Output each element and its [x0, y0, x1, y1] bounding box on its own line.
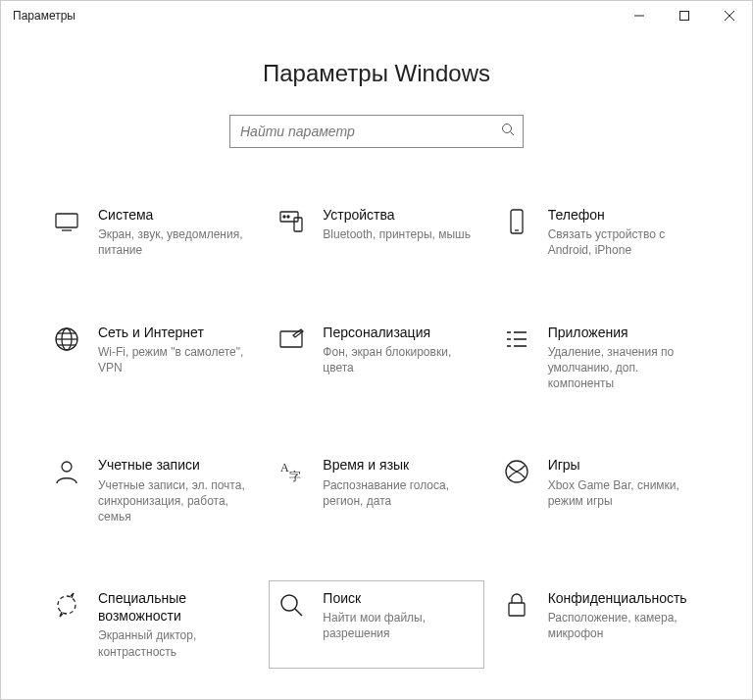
tile-network[interactable]: Сеть и Интернет Wi-Fi, режим "в самолете… [44, 315, 259, 401]
tile-desc: Распознавание голоса, регион, дата [323, 477, 471, 509]
minimize-button[interactable] [617, 1, 662, 30]
tile-text: Время и язык Распознавание голоса, регио… [323, 456, 477, 525]
settings-window: Параметры Параметры Windows [0, 0, 753, 700]
page-title: Параметры Windows [40, 60, 713, 87]
minimize-icon [634, 11, 644, 21]
tile-desc: Связать устройство с Android, iPhone [548, 226, 696, 258]
maximize-button[interactable] [662, 1, 707, 30]
tile-gaming[interactable]: Игры Xbox Game Bar, снимки, режим игры [494, 447, 709, 533]
tile-title: Специальные возможности [98, 589, 246, 625]
svg-rect-1 [680, 12, 689, 21]
svg-line-5 [511, 132, 515, 136]
tile-text: Телефон Связать устройство с Android, iP… [548, 206, 702, 259]
ease-of-access-icon [51, 591, 82, 623]
tile-title: Система [98, 206, 246, 224]
content-area: Параметры Windows Система Экран, звук, у… [1, 30, 752, 699]
search-input[interactable] [240, 124, 501, 139]
search-tile-icon [276, 591, 307, 623]
system-icon [51, 208, 82, 239]
tile-desc: Xbox Game Bar, снимки, режим игры [548, 477, 696, 509]
svg-point-31 [281, 595, 297, 611]
tile-desc: Расположение, камера, микрофон [548, 610, 696, 641]
tile-text: Персонализация Фон, экран блокировки, цв… [323, 324, 477, 392]
tile-desc: Фон, экран блокировки, цвета [323, 344, 471, 375]
tile-personalization[interactable]: Персонализация Фон, экран блокировки, цв… [269, 315, 483, 401]
tile-text: Устройства Bluetooth, принтеры, мышь [323, 206, 477, 259]
tile-title: Персонализация [323, 324, 471, 341]
settings-grid: Система Экран, звук, уведомления, питани… [40, 197, 713, 699]
search-container [40, 115, 713, 148]
tile-title: Телефон [548, 206, 696, 224]
tile-devices[interactable]: Устройства Bluetooth, принтеры, мышь [269, 197, 483, 268]
tile-desc: Учетные записи, эл. почта, синхронизация… [98, 477, 246, 525]
devices-icon [276, 208, 307, 239]
tile-title: Время и язык [323, 456, 471, 474]
tile-desc: Удаление, значения по умолчанию, доп. ко… [548, 344, 696, 392]
tile-text: Учетные записи Учетные записи, эл. почта… [98, 456, 252, 525]
tile-title: Учетные записи [98, 456, 246, 474]
tile-text: Поиск Найти мои файлы, разрешения [323, 589, 477, 660]
svg-rect-19 [280, 331, 302, 347]
tile-time[interactable]: A字 Время и язык Распознавание голоса, ре… [269, 447, 483, 533]
accounts-icon [51, 458, 82, 489]
close-icon [725, 11, 734, 21]
tile-system[interactable]: Система Экран, звук, уведомления, питани… [44, 197, 259, 268]
tile-title: Устройства [323, 206, 471, 224]
tile-text: Сеть и Интернет Wi-Fi, режим "в самолете… [98, 324, 252, 392]
window-title: Параметры [13, 9, 617, 23]
svg-point-11 [287, 216, 289, 218]
tile-ease-of-access[interactable]: Специальные возможности Экранный диктор,… [44, 580, 259, 669]
titlebar: Параметры [1, 1, 752, 30]
tile-desc: Экранный диктор, контрастность [98, 627, 246, 659]
network-icon [51, 325, 82, 357]
privacy-icon [501, 591, 532, 623]
tile-text: Игры Xbox Game Bar, снимки, режим игры [548, 456, 702, 525]
tile-privacy[interactable]: Конфиденциальность Расположение, камера,… [494, 580, 709, 669]
tile-accounts[interactable]: Учетные записи Учетные записи, эл. почта… [44, 447, 259, 533]
svg-point-10 [283, 216, 285, 218]
tile-title: Игры [548, 456, 696, 474]
close-button[interactable] [707, 1, 752, 30]
tile-desc: Wi-Fi, режим "в самолете", VPN [98, 344, 246, 375]
svg-point-4 [503, 125, 512, 133]
svg-text:字: 字 [289, 470, 301, 483]
svg-line-32 [295, 609, 302, 616]
tile-text: Приложения Удаление, значения по умолчан… [548, 324, 702, 392]
apps-icon [501, 325, 532, 357]
svg-text:A: A [280, 461, 289, 475]
svg-rect-33 [509, 603, 525, 616]
svg-point-26 [62, 462, 72, 472]
tile-desc: Найти мои файлы, разрешения [323, 610, 471, 641]
svg-rect-6 [56, 214, 77, 227]
tile-text: Система Экран, звук, уведомления, питани… [98, 206, 252, 259]
tile-apps[interactable]: Приложения Удаление, значения по умолчан… [494, 315, 709, 401]
tile-desc: Bluetooth, принтеры, мышь [323, 226, 471, 242]
tile-text: Конфиденциальность Расположение, камера,… [548, 589, 702, 660]
search-icon [501, 123, 515, 140]
gaming-icon [501, 458, 532, 489]
tile-title: Поиск [323, 589, 471, 607]
personalization-icon [276, 325, 307, 357]
tile-title: Приложения [548, 324, 696, 341]
tile-phone[interactable]: Телефон Связать устройство с Android, iP… [494, 197, 709, 268]
maximize-icon [679, 11, 689, 21]
tile-title: Сеть и Интернет [98, 324, 246, 341]
window-controls [617, 1, 752, 30]
tile-desc: Экран, звук, уведомления, питание [98, 226, 246, 258]
svg-point-30 [58, 596, 75, 614]
tile-search[interactable]: Поиск Найти мои файлы, разрешения [269, 580, 483, 669]
tile-text: Специальные возможности Экранный диктор,… [98, 589, 252, 660]
search-box[interactable] [229, 115, 524, 148]
phone-icon [501, 208, 532, 239]
tile-title: Конфиденциальность [548, 589, 696, 607]
time-language-icon: A字 [276, 458, 307, 489]
